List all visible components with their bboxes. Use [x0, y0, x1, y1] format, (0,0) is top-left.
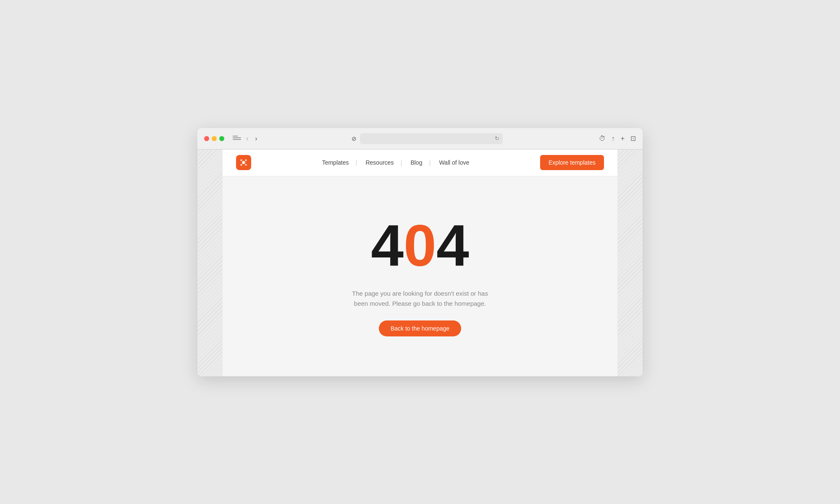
- error-digit-4-left: 4: [371, 216, 404, 275]
- traffic-light-red[interactable]: [204, 136, 209, 141]
- nav-link-templates[interactable]: Templates: [314, 159, 357, 166]
- history-icon[interactable]: ⏱: [599, 135, 606, 142]
- traffic-light-yellow[interactable]: [212, 136, 217, 141]
- svg-point-4: [245, 164, 247, 166]
- sidebar-toggle-icon[interactable]: [233, 136, 241, 142]
- address-bar-container: ⊘ ↻: [264, 133, 591, 144]
- main-content: Templates Resources Blog Wall of love Ex…: [223, 150, 617, 376]
- nav-link-blog[interactable]: Blog: [402, 159, 430, 166]
- nav-link-resources[interactable]: Resources: [357, 159, 402, 166]
- logo-svg: [239, 158, 248, 167]
- reload-icon[interactable]: ↻: [495, 135, 499, 142]
- error-description: The page you are looking for doesn't exi…: [349, 289, 491, 309]
- shield-icon: ⊘: [352, 135, 357, 142]
- error-404-display: 4 0 4: [371, 216, 469, 275]
- browser-actions: ⏱ ↑ + ⊡: [599, 134, 636, 142]
- forward-button[interactable]: ›: [253, 134, 259, 143]
- new-tab-icon[interactable]: +: [621, 135, 625, 142]
- traffic-light-green[interactable]: [219, 136, 224, 141]
- error-section: 4 0 4 The page you are looking for doesn…: [223, 176, 617, 376]
- svg-point-1: [240, 159, 242, 161]
- left-side-panel: [197, 150, 223, 376]
- logo-wrap: [236, 155, 251, 170]
- traffic-lights: [204, 136, 224, 141]
- address-bar[interactable]: ↻: [360, 133, 503, 144]
- svg-point-0: [242, 161, 245, 164]
- error-digit-0: 0: [404, 216, 436, 275]
- navbar: Templates Resources Blog Wall of love Ex…: [223, 150, 617, 176]
- nav-links: Templates Resources Blog Wall of love: [314, 159, 478, 166]
- explore-templates-button[interactable]: Explore templates: [540, 155, 604, 170]
- svg-point-3: [240, 164, 242, 166]
- right-side-panel: [617, 150, 643, 376]
- logo-icon[interactable]: [236, 155, 251, 170]
- back-to-homepage-button[interactable]: Back to the homepage: [379, 320, 461, 336]
- extensions-icon[interactable]: ⊡: [630, 134, 636, 142]
- error-digit-4-right: 4: [436, 216, 469, 275]
- browser-chrome: ‹ › ⊘ ↻ ⏱ ↑ + ⊡: [197, 128, 643, 150]
- website-content: Templates Resources Blog Wall of love Ex…: [197, 150, 643, 376]
- svg-point-2: [245, 159, 247, 161]
- browser-window: ‹ › ⊘ ↻ ⏱ ↑ + ⊡: [197, 128, 643, 376]
- browser-controls: ‹ ›: [233, 134, 259, 143]
- back-button[interactable]: ‹: [244, 134, 250, 143]
- page-layout: Templates Resources Blog Wall of love Ex…: [197, 150, 643, 376]
- share-icon[interactable]: ↑: [612, 135, 615, 142]
- nav-link-wall-of-love[interactable]: Wall of love: [430, 159, 478, 166]
